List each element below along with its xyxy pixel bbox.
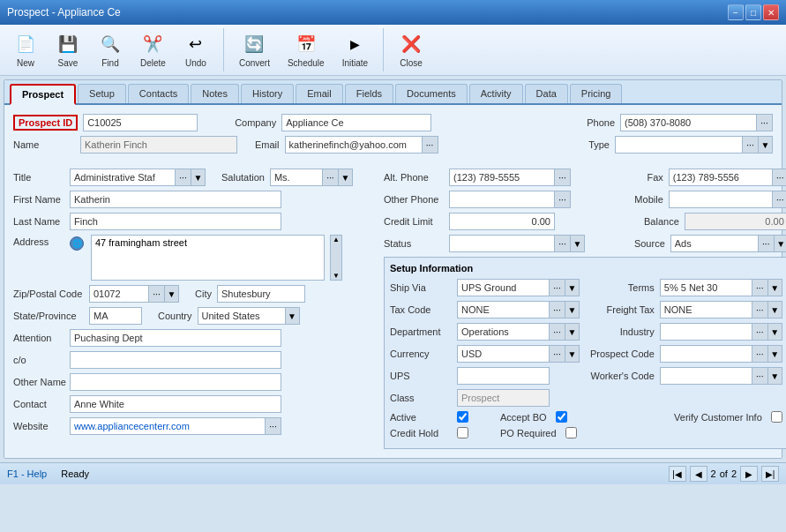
- other-name-input[interactable]: [70, 373, 281, 391]
- email-input[interactable]: [285, 136, 423, 154]
- industry-input[interactable]: [660, 323, 752, 341]
- initiate-button[interactable]: ▶ Initiate: [336, 28, 374, 71]
- address-input[interactable]: 47 framingham street: [91, 235, 325, 281]
- tab-email[interactable]: Email: [296, 84, 343, 103]
- workers-code-input[interactable]: [660, 367, 752, 385]
- prospect-id-input[interactable]: [83, 114, 198, 131]
- salutation-ellipsis[interactable]: ···: [323, 169, 339, 186]
- delete-button[interactable]: ✂️ Delete: [134, 28, 172, 71]
- first-name-input[interactable]: [70, 191, 281, 208]
- department-input[interactable]: [457, 323, 550, 341]
- nav-next-button[interactable]: ▶: [740, 466, 758, 482]
- find-button[interactable]: 🔍 Find: [92, 28, 129, 71]
- tab-notes[interactable]: Notes: [191, 84, 239, 103]
- fax-ellipsis[interactable]: ···: [773, 169, 786, 186]
- department-dropdown[interactable]: ▼: [565, 323, 580, 341]
- globe-button[interactable]: 🌐: [70, 236, 84, 251]
- po-required-checkbox[interactable]: [565, 427, 577, 438]
- accept-bo-checkbox[interactable]: [556, 411, 567, 423]
- ship-via-ellipsis[interactable]: ···: [550, 279, 565, 296]
- tab-history[interactable]: History: [241, 84, 294, 103]
- source-input[interactable]: [670, 235, 759, 252]
- fax-input[interactable]: [669, 169, 773, 186]
- tax-code-dropdown[interactable]: ▼: [565, 301, 580, 318]
- currency-ellipsis[interactable]: ···: [550, 345, 565, 363]
- workers-code-ellipsis[interactable]: ···: [752, 367, 768, 385]
- undo-button[interactable]: ↩ Undo: [177, 28, 214, 71]
- industry-dropdown[interactable]: ▼: [768, 323, 782, 341]
- tax-code-ellipsis[interactable]: ···: [550, 301, 565, 318]
- terms-input[interactable]: [660, 279, 752, 296]
- industry-ellipsis[interactable]: ···: [752, 323, 768, 341]
- tax-code-input[interactable]: [457, 301, 550, 318]
- toolbar-close-button[interactable]: ❌ Close: [393, 28, 430, 71]
- nav-first-button[interactable]: |◀: [669, 466, 686, 482]
- country-dropdown[interactable]: ▼: [286, 307, 300, 325]
- other-phone-ellipsis[interactable]: ···: [555, 191, 571, 208]
- source-dropdown[interactable]: ▼: [775, 235, 786, 252]
- zip-input[interactable]: [89, 285, 149, 303]
- last-name-input[interactable]: [70, 213, 281, 230]
- ship-via-input[interactable]: [457, 279, 550, 296]
- prospect-code-ellipsis[interactable]: ···: [752, 345, 768, 363]
- terms-ellipsis[interactable]: ···: [752, 279, 768, 296]
- credit-hold-checkbox[interactable]: [457, 427, 468, 438]
- alt-phone-ellipsis[interactable]: ···: [555, 169, 571, 186]
- type-input[interactable]: [615, 136, 743, 154]
- terms-dropdown[interactable]: ▼: [768, 279, 782, 296]
- nav-last-button[interactable]: ▶|: [761, 466, 779, 482]
- new-button[interactable]: 📄 New: [7, 28, 44, 71]
- save-button[interactable]: 💾 Save: [49, 28, 86, 71]
- salutation-dropdown[interactable]: ▼: [339, 169, 353, 186]
- freight-tax-input[interactable]: [660, 301, 752, 318]
- website-ellipsis[interactable]: ···: [266, 417, 281, 435]
- tab-documents[interactable]: Documents: [395, 84, 468, 103]
- contact-input[interactable]: [70, 395, 281, 413]
- minimize-button[interactable]: −: [728, 4, 744, 20]
- website-input[interactable]: [70, 417, 266, 435]
- status-ellipsis[interactable]: ···: [555, 235, 571, 252]
- credit-limit-input[interactable]: [449, 213, 555, 230]
- tab-contacts[interactable]: Contacts: [128, 84, 189, 103]
- email-ellipsis[interactable]: ···: [423, 136, 438, 154]
- co-input[interactable]: [70, 351, 281, 369]
- prospect-code-input[interactable]: [660, 345, 752, 363]
- title-ellipsis[interactable]: ···: [176, 169, 191, 186]
- schedule-button[interactable]: 📅 Schedule: [281, 28, 331, 71]
- company-input[interactable]: [281, 114, 431, 131]
- tab-setup[interactable]: Setup: [78, 84, 126, 103]
- ups-input[interactable]: [457, 367, 550, 385]
- status-dropdown[interactable]: ▼: [571, 235, 585, 252]
- f1-help[interactable]: F1 - Help: [7, 468, 47, 479]
- active-checkbox[interactable]: [457, 411, 468, 423]
- name-input[interactable]: [80, 136, 237, 154]
- title-input[interactable]: [70, 169, 176, 186]
- zip-dropdown[interactable]: ▼: [165, 285, 179, 303]
- currency-dropdown[interactable]: ▼: [565, 345, 580, 363]
- title-dropdown[interactable]: ▼: [191, 169, 206, 186]
- department-ellipsis[interactable]: ···: [550, 323, 565, 341]
- address-scrollbar[interactable]: ▲ ▼: [330, 235, 342, 281]
- tab-pricing[interactable]: Pricing: [570, 84, 623, 103]
- tab-fields[interactable]: Fields: [345, 84, 393, 103]
- close-button[interactable]: ✕: [763, 4, 779, 20]
- tab-data[interactable]: Data: [525, 84, 568, 103]
- mobile-ellipsis[interactable]: ···: [773, 191, 786, 208]
- tab-activity[interactable]: Activity: [469, 84, 523, 103]
- freight-tax-ellipsis[interactable]: ···: [752, 301, 768, 318]
- city-input[interactable]: [217, 285, 305, 303]
- ship-via-dropdown[interactable]: ▼: [565, 279, 580, 296]
- maximize-button[interactable]: □: [745, 4, 761, 20]
- status-input[interactable]: [449, 235, 555, 252]
- other-phone-input[interactable]: [449, 191, 555, 208]
- source-ellipsis[interactable]: ···: [759, 235, 775, 252]
- country-input[interactable]: [198, 307, 286, 325]
- freight-tax-dropdown[interactable]: ▼: [768, 301, 782, 318]
- state-input[interactable]: [89, 307, 142, 325]
- zip-ellipsis[interactable]: ···: [149, 285, 165, 303]
- balance-input[interactable]: [685, 213, 786, 230]
- type-dropdown[interactable]: ▼: [759, 136, 773, 154]
- currency-input[interactable]: [457, 345, 550, 363]
- phone-ellipsis[interactable]: ···: [757, 114, 773, 131]
- nav-prev-button[interactable]: ◀: [690, 466, 707, 482]
